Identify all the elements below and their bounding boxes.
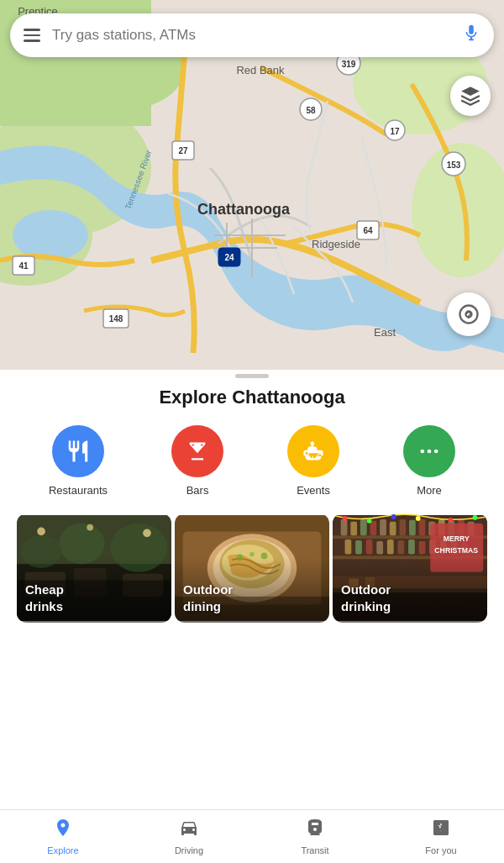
category-more[interactable]: More [403, 425, 455, 497]
svg-point-36 [428, 450, 432, 454]
menu-button[interactable] [24, 29, 40, 42]
transit-nav-icon [305, 818, 325, 843]
svg-text:319: 319 [342, 60, 356, 69]
svg-point-96 [367, 518, 372, 524]
events-label: Events [297, 484, 330, 497]
tile-outdoor-dining[interactable]: Outdoordining [175, 513, 329, 623]
events-icon-circle [287, 425, 339, 477]
svg-point-35 [420, 450, 424, 454]
tiles-row: Cheapdrinks [17, 513, 487, 623]
svg-text:Chattanooga: Chattanooga [197, 201, 291, 218]
categories-row: Restaurants Bars Events [17, 425, 487, 497]
svg-text:64: 64 [363, 226, 373, 235]
svg-rect-70 [390, 522, 396, 535]
svg-point-97 [391, 514, 396, 519]
driving-nav-label: Driving [175, 845, 203, 855]
nav-transit[interactable]: Transit [252, 811, 378, 862]
svg-point-48 [87, 524, 93, 531]
svg-rect-80 [355, 540, 362, 554]
svg-text:41: 41 [18, 261, 29, 271]
svg-point-49 [143, 529, 151, 538]
svg-point-98 [416, 516, 421, 521]
svg-rect-72 [409, 520, 416, 535]
explore-nav-icon [53, 818, 73, 843]
svg-text:27: 27 [178, 146, 188, 155]
svg-point-47 [37, 528, 45, 536]
explore-nav-label: Explore [47, 845, 78, 855]
svg-text:?: ? [465, 309, 471, 320]
svg-point-7 [13, 210, 88, 260]
explore-section: Explore Chattanooga Restaurants [0, 370, 504, 633]
bottom-panel: Explore Chattanooga Restaurants [0, 370, 504, 863]
svg-text:17: 17 [390, 127, 400, 136]
tile-outdoor-drinking-label: Outdoordrinking [341, 581, 391, 614]
category-events[interactable]: Events [287, 425, 339, 497]
svg-rect-65 [341, 519, 348, 535]
svg-rect-86 [419, 541, 426, 554]
for-you-nav-label: For you [425, 845, 456, 855]
svg-rect-67 [360, 519, 367, 535]
tile-outdoor-drinking[interactable]: MERRY CHRISTMAS Outdoordrinking [333, 513, 487, 623]
search-input[interactable] [52, 27, 454, 44]
nav-explore[interactable]: Explore [0, 811, 126, 862]
restaurants-icon-circle [52, 425, 104, 477]
svg-text:Ridgeside: Ridgeside [312, 238, 360, 250]
tile-cheap-drinks-label: Cheapdrinks [25, 581, 64, 614]
for-you-nav-icon [431, 818, 451, 843]
svg-point-95 [343, 516, 348, 521]
driving-nav-icon [179, 818, 199, 843]
svg-point-100 [473, 515, 478, 520]
tile-outdoor-dining-label: Outdoordining [183, 581, 233, 614]
svg-rect-85 [408, 539, 415, 554]
svg-rect-73 [419, 519, 426, 535]
svg-text:58: 58 [306, 106, 316, 115]
drag-handle [235, 374, 269, 378]
svg-point-59 [249, 552, 255, 557]
restaurants-label: Restaurants [49, 484, 108, 497]
svg-rect-68 [370, 521, 377, 535]
mic-icon[interactable] [462, 24, 480, 47]
map-location-button[interactable]: ? [447, 292, 491, 336]
svg-point-99 [449, 518, 454, 523]
svg-rect-81 [366, 539, 373, 554]
svg-rect-82 [376, 541, 383, 554]
svg-rect-83 [387, 539, 394, 554]
svg-rect-71 [399, 519, 406, 535]
category-restaurants[interactable]: Restaurants [49, 425, 108, 497]
svg-text:24: 24 [224, 253, 234, 262]
more-label: More [417, 484, 442, 497]
svg-text:East: East [374, 326, 396, 339]
svg-text:CHRISTMAS: CHRISTMAS [434, 546, 478, 555]
nav-for-you[interactable]: For you [378, 811, 504, 862]
transit-nav-label: Transit [301, 845, 328, 855]
category-bars[interactable]: Bars [171, 425, 223, 497]
explore-title: Explore Chattanooga [17, 387, 487, 408]
map-container[interactable]: 319 58 17 153 27 41 24 64 148 Chattanoog… [0, 0, 504, 387]
svg-rect-66 [350, 522, 357, 535]
svg-text:148: 148 [109, 314, 123, 324]
svg-point-37 [434, 450, 438, 454]
tile-cheap-drinks[interactable]: Cheapdrinks [17, 513, 171, 623]
svg-rect-84 [397, 540, 404, 554]
nav-driving[interactable]: Driving [126, 811, 252, 862]
svg-rect-79 [345, 539, 352, 554]
svg-text:Red Bank: Red Bank [236, 64, 285, 76]
bars-icon-circle [171, 425, 223, 477]
map-layers-button[interactable] [450, 76, 491, 116]
bottom-nav: Explore Driving Transit [0, 809, 504, 863]
svg-rect-69 [380, 519, 386, 535]
more-icon-circle [403, 425, 455, 477]
svg-text:MERRY: MERRY [444, 534, 470, 543]
search-bar[interactable] [10, 13, 494, 57]
svg-text:153: 153 [447, 160, 461, 170]
bars-label: Bars [186, 484, 209, 497]
